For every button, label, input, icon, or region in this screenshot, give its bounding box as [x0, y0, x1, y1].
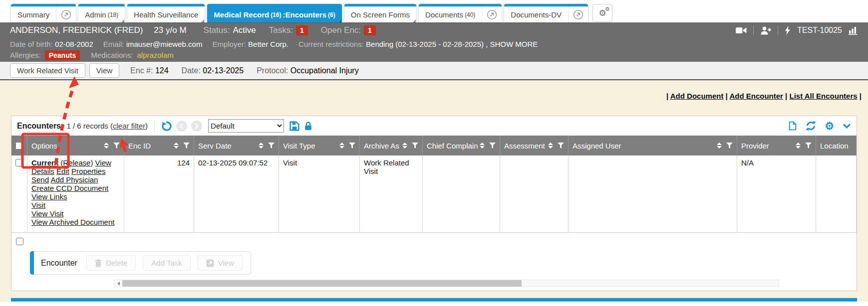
tab-health-surveillance[interactable]: Health Surveillance: [127, 4, 205, 22]
add-document-link[interactable]: Add Document: [670, 92, 724, 100]
refresh-icon[interactable]: [806, 121, 816, 131]
filter-funnel-icon[interactable]: [805, 143, 812, 149]
sort-icon[interactable]: [717, 143, 722, 149]
footer-row-checkbox[interactable]: [16, 238, 23, 245]
open-enc-count-badge[interactable]: 1: [364, 25, 376, 35]
option-link-create-ccd-document[interactable]: Create CCD Document: [31, 184, 108, 192]
column-header-assessment[interactable]: Assessment: [500, 136, 569, 155]
patient-details-row: Date of birth: 02-08-2002Email: imauser@…: [10, 38, 858, 50]
column-header-chief-complaint[interactable]: Chief Complaint: [423, 136, 500, 155]
next-page-icon[interactable]: [191, 121, 202, 132]
chart-stats-icon[interactable]: [849, 26, 858, 35]
tab-fold-icon: [121, 19, 124, 22]
filter-funnel-icon[interactable]: [113, 143, 120, 149]
work-related-visit-button[interactable]: Work Related Visit: [10, 63, 85, 78]
select-all-checkbox[interactable]: [15, 142, 23, 150]
column-header-provider[interactable]: Provider: [737, 136, 816, 155]
column-header-options[interactable]: Options: [27, 136, 124, 155]
tab-medical-record[interactable]: Medical Record(16):Encounters(6): [207, 4, 341, 22]
option-link-visit[interactable]: Visit: [31, 201, 45, 209]
prev-page-icon[interactable]: [176, 121, 187, 132]
lock-view-icon[interactable]: [303, 121, 313, 131]
filter-funnel-icon[interactable]: [489, 143, 496, 149]
view-button[interactable]: View: [198, 255, 243, 271]
column-header-archive-as[interactable]: Archive As: [360, 136, 423, 155]
option-link-view[interactable]: View: [95, 158, 111, 167]
sort-icon[interactable]: [339, 143, 344, 149]
cell-assessment: [500, 155, 569, 232]
undo-icon[interactable]: [161, 121, 172, 132]
video-call-icon[interactable]: [736, 27, 747, 34]
option-link-current[interactable]: Current: [31, 158, 58, 167]
open-in-new-window-icon[interactable]: [568, 6, 588, 22]
filter-funnel-icon[interactable]: [183, 143, 190, 149]
sort-icon[interactable]: [480, 143, 485, 149]
gears-icon: ⚙⚙: [598, 9, 606, 17]
patient-field-employer: Employer: Better Corp.: [212, 40, 289, 48]
column-header-location[interactable]: Location: [816, 136, 857, 155]
column-header-visit-type[interactable]: Visit Type: [279, 136, 360, 155]
add-user-icon[interactable]: [760, 26, 771, 35]
tab-settings-button[interactable]: ⚙⚙: [592, 4, 612, 22]
visit-toolbar: Work Related VisitView Enc #: 124Date: 0…: [0, 62, 868, 80]
option-link-send[interactable]: Send: [31, 175, 49, 184]
option-link-release[interactable]: Release: [63, 158, 90, 167]
filter-funnel-icon[interactable]: [558, 143, 564, 149]
filter-funnel-icon[interactable]: [268, 143, 275, 149]
open-in-new-window-icon[interactable]: [56, 6, 76, 22]
option-link-view-archived-document[interactable]: View Archived Document: [31, 218, 114, 226]
cell-enc-id: 124: [124, 155, 194, 232]
tasks-count-badge[interactable]: 1: [296, 25, 308, 35]
quick-actions-bolt-icon[interactable]: [785, 26, 791, 35]
filter-funnel-icon[interactable]: [726, 143, 733, 149]
column-header-enc-id[interactable]: Enc ID: [124, 136, 194, 155]
sort-icon[interactable]: [104, 143, 109, 149]
patient-id: TEST-10025: [797, 26, 842, 35]
bottom-accent-bar: [11, 298, 857, 302]
row-checkbox[interactable]: [15, 159, 23, 166]
sort-icon[interactable]: [259, 143, 264, 149]
filter-funnel-icon[interactable]: [349, 143, 355, 149]
option-link-edit[interactable]: Edit: [56, 167, 69, 175]
scrollbar-track[interactable]: [122, 280, 779, 287]
scroll-left-arrow-icon[interactable]: [114, 280, 122, 287]
column-header-serv-date[interactable]: Serv Date: [194, 136, 279, 155]
add-encounter-link[interactable]: Add Encounter: [729, 92, 783, 100]
grid-view-select[interactable]: Default: [208, 119, 284, 133]
grid-settings-gear-icon[interactable]: ⚙: [825, 121, 834, 131]
collapse-chevron-icon[interactable]: [843, 123, 851, 129]
tab-documents-dv[interactable]: Documents-DV: [504, 4, 588, 22]
tab-summary[interactable]: Summary: [11, 4, 76, 22]
option-link-view-visit[interactable]: View Visit: [31, 209, 63, 218]
allergy-badge[interactable]: Peanuts: [45, 50, 80, 60]
encounters-panel: Encounters, 1 / 6 records (clear filter)…: [11, 116, 857, 291]
tab-on-screen-forms[interactable]: On Screen Forms: [344, 4, 416, 22]
divider: [753, 26, 754, 35]
sort-icon[interactable]: [174, 143, 179, 149]
list-all-encounters-link[interactable]: List All Encounters: [789, 92, 857, 100]
open-in-new-window-icon[interactable]: [482, 6, 502, 22]
patient-field-current-restrictions: Current restrictions: Bending (02-13-202…: [298, 40, 538, 48]
column-header-assigned-user[interactable]: Assigned User: [569, 136, 737, 155]
tab-admin[interactable]: Admin(18): [78, 4, 125, 22]
save-view-icon[interactable]: [289, 121, 299, 131]
delete-button[interactable]: Delete: [86, 255, 136, 271]
filter-funnel-icon[interactable]: [412, 143, 418, 149]
extlink-icon: [206, 259, 214, 267]
option-link-details[interactable]: Details: [31, 167, 54, 175]
new-document-icon[interactable]: [788, 121, 797, 131]
add-task-button[interactable]: Add Task: [143, 255, 190, 271]
sort-icon[interactable]: [796, 143, 801, 149]
sort-icon[interactable]: [402, 143, 407, 149]
option-link-view-links[interactable]: View Links: [31, 192, 67, 201]
horizontal-scrollbar[interactable]: [114, 280, 779, 287]
view-button[interactable]: View: [89, 63, 119, 78]
tab-documents[interactable]: Documents(40): [419, 4, 502, 22]
clear-filter-link[interactable]: clear filter: [113, 122, 145, 130]
option-link-properties[interactable]: Properties: [71, 167, 105, 175]
option-link-add-physician[interactable]: Add Physician: [50, 175, 98, 184]
scrollbar-thumb[interactable]: [122, 280, 522, 287]
sort-icon[interactable]: [548, 143, 553, 149]
medications-value[interactable]: alprazolam: [137, 51, 173, 59]
tab-label: Health Surveillance: [127, 6, 205, 22]
